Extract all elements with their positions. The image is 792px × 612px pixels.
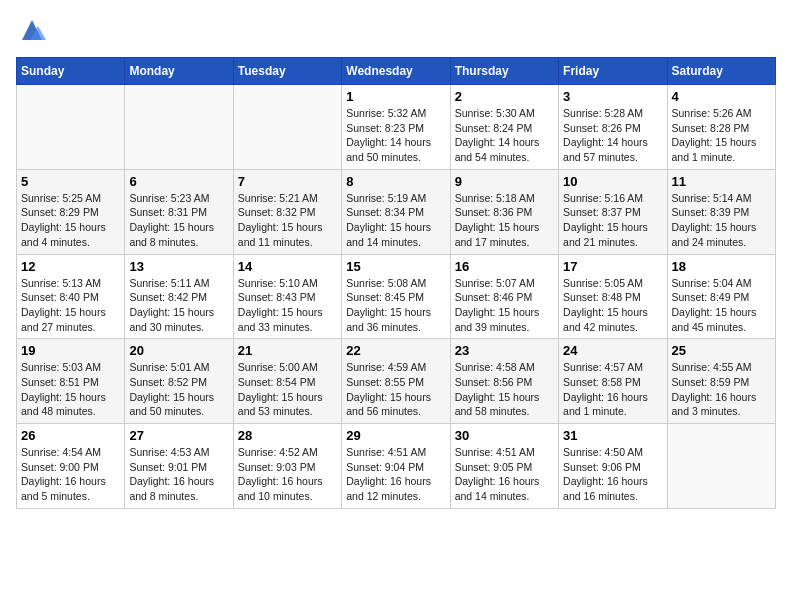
day-info: Sunrise: 5:25 AMSunset: 8:29 PMDaylight:… bbox=[21, 191, 120, 250]
day-info: Sunrise: 5:05 AMSunset: 8:48 PMDaylight:… bbox=[563, 276, 662, 335]
calendar-cell: 9Sunrise: 5:18 AMSunset: 8:36 PMDaylight… bbox=[450, 169, 558, 254]
day-info: Sunrise: 5:16 AMSunset: 8:37 PMDaylight:… bbox=[563, 191, 662, 250]
day-number: 17 bbox=[563, 259, 662, 274]
calendar-cell: 23Sunrise: 4:58 AMSunset: 8:56 PMDayligh… bbox=[450, 339, 558, 424]
calendar-cell: 29Sunrise: 4:51 AMSunset: 9:04 PMDayligh… bbox=[342, 424, 450, 509]
calendar-cell: 14Sunrise: 5:10 AMSunset: 8:43 PMDayligh… bbox=[233, 254, 341, 339]
day-number: 31 bbox=[563, 428, 662, 443]
day-info: Sunrise: 4:58 AMSunset: 8:56 PMDaylight:… bbox=[455, 360, 554, 419]
day-number: 13 bbox=[129, 259, 228, 274]
day-number: 27 bbox=[129, 428, 228, 443]
day-info: Sunrise: 4:59 AMSunset: 8:55 PMDaylight:… bbox=[346, 360, 445, 419]
calendar-week-row: 26Sunrise: 4:54 AMSunset: 9:00 PMDayligh… bbox=[17, 424, 776, 509]
day-number: 16 bbox=[455, 259, 554, 274]
day-number: 24 bbox=[563, 343, 662, 358]
calendar-cell: 5Sunrise: 5:25 AMSunset: 8:29 PMDaylight… bbox=[17, 169, 125, 254]
calendar-cell bbox=[125, 85, 233, 170]
calendar-cell: 6Sunrise: 5:23 AMSunset: 8:31 PMDaylight… bbox=[125, 169, 233, 254]
calendar-cell: 30Sunrise: 4:51 AMSunset: 9:05 PMDayligh… bbox=[450, 424, 558, 509]
calendar-week-row: 1Sunrise: 5:32 AMSunset: 8:23 PMDaylight… bbox=[17, 85, 776, 170]
day-of-week-header: Sunday bbox=[17, 58, 125, 85]
day-of-week-header: Saturday bbox=[667, 58, 775, 85]
day-info: Sunrise: 5:11 AMSunset: 8:42 PMDaylight:… bbox=[129, 276, 228, 335]
day-info: Sunrise: 5:01 AMSunset: 8:52 PMDaylight:… bbox=[129, 360, 228, 419]
day-info: Sunrise: 5:21 AMSunset: 8:32 PMDaylight:… bbox=[238, 191, 337, 250]
day-of-week-header: Wednesday bbox=[342, 58, 450, 85]
calendar-cell: 24Sunrise: 4:57 AMSunset: 8:58 PMDayligh… bbox=[559, 339, 667, 424]
day-info: Sunrise: 4:53 AMSunset: 9:01 PMDaylight:… bbox=[129, 445, 228, 504]
day-number: 22 bbox=[346, 343, 445, 358]
day-of-week-header: Tuesday bbox=[233, 58, 341, 85]
day-info: Sunrise: 5:04 AMSunset: 8:49 PMDaylight:… bbox=[672, 276, 771, 335]
day-info: Sunrise: 5:28 AMSunset: 8:26 PMDaylight:… bbox=[563, 106, 662, 165]
calendar-cell: 12Sunrise: 5:13 AMSunset: 8:40 PMDayligh… bbox=[17, 254, 125, 339]
day-number: 9 bbox=[455, 174, 554, 189]
calendar-cell: 10Sunrise: 5:16 AMSunset: 8:37 PMDayligh… bbox=[559, 169, 667, 254]
calendar-cell bbox=[667, 424, 775, 509]
day-of-week-header: Thursday bbox=[450, 58, 558, 85]
calendar-cell: 27Sunrise: 4:53 AMSunset: 9:01 PMDayligh… bbox=[125, 424, 233, 509]
page-header bbox=[16, 16, 776, 49]
day-number: 20 bbox=[129, 343, 228, 358]
calendar-cell: 28Sunrise: 4:52 AMSunset: 9:03 PMDayligh… bbox=[233, 424, 341, 509]
calendar-week-row: 5Sunrise: 5:25 AMSunset: 8:29 PMDaylight… bbox=[17, 169, 776, 254]
day-info: Sunrise: 4:57 AMSunset: 8:58 PMDaylight:… bbox=[563, 360, 662, 419]
calendar-cell: 22Sunrise: 4:59 AMSunset: 8:55 PMDayligh… bbox=[342, 339, 450, 424]
calendar-cell: 31Sunrise: 4:50 AMSunset: 9:06 PMDayligh… bbox=[559, 424, 667, 509]
day-info: Sunrise: 5:07 AMSunset: 8:46 PMDaylight:… bbox=[455, 276, 554, 335]
calendar-cell bbox=[233, 85, 341, 170]
day-info: Sunrise: 5:14 AMSunset: 8:39 PMDaylight:… bbox=[672, 191, 771, 250]
calendar-cell: 21Sunrise: 5:00 AMSunset: 8:54 PMDayligh… bbox=[233, 339, 341, 424]
day-info: Sunrise: 5:00 AMSunset: 8:54 PMDaylight:… bbox=[238, 360, 337, 419]
day-info: Sunrise: 5:30 AMSunset: 8:24 PMDaylight:… bbox=[455, 106, 554, 165]
calendar-cell bbox=[17, 85, 125, 170]
calendar-cell: 16Sunrise: 5:07 AMSunset: 8:46 PMDayligh… bbox=[450, 254, 558, 339]
day-info: Sunrise: 5:23 AMSunset: 8:31 PMDaylight:… bbox=[129, 191, 228, 250]
calendar-table: SundayMondayTuesdayWednesdayThursdayFrid… bbox=[16, 57, 776, 509]
day-number: 2 bbox=[455, 89, 554, 104]
day-number: 1 bbox=[346, 89, 445, 104]
day-number: 26 bbox=[21, 428, 120, 443]
day-info: Sunrise: 4:52 AMSunset: 9:03 PMDaylight:… bbox=[238, 445, 337, 504]
day-info: Sunrise: 5:08 AMSunset: 8:45 PMDaylight:… bbox=[346, 276, 445, 335]
calendar-week-row: 12Sunrise: 5:13 AMSunset: 8:40 PMDayligh… bbox=[17, 254, 776, 339]
calendar-cell: 19Sunrise: 5:03 AMSunset: 8:51 PMDayligh… bbox=[17, 339, 125, 424]
day-number: 11 bbox=[672, 174, 771, 189]
day-number: 10 bbox=[563, 174, 662, 189]
calendar-cell: 3Sunrise: 5:28 AMSunset: 8:26 PMDaylight… bbox=[559, 85, 667, 170]
day-number: 3 bbox=[563, 89, 662, 104]
day-number: 25 bbox=[672, 343, 771, 358]
day-info: Sunrise: 5:03 AMSunset: 8:51 PMDaylight:… bbox=[21, 360, 120, 419]
calendar-cell: 26Sunrise: 4:54 AMSunset: 9:00 PMDayligh… bbox=[17, 424, 125, 509]
calendar-cell: 17Sunrise: 5:05 AMSunset: 8:48 PMDayligh… bbox=[559, 254, 667, 339]
day-of-week-header: Friday bbox=[559, 58, 667, 85]
day-info: Sunrise: 5:13 AMSunset: 8:40 PMDaylight:… bbox=[21, 276, 120, 335]
day-number: 28 bbox=[238, 428, 337, 443]
day-info: Sunrise: 5:18 AMSunset: 8:36 PMDaylight:… bbox=[455, 191, 554, 250]
day-info: Sunrise: 4:55 AMSunset: 8:59 PMDaylight:… bbox=[672, 360, 771, 419]
calendar-cell: 25Sunrise: 4:55 AMSunset: 8:59 PMDayligh… bbox=[667, 339, 775, 424]
day-number: 7 bbox=[238, 174, 337, 189]
day-info: Sunrise: 5:10 AMSunset: 8:43 PMDaylight:… bbox=[238, 276, 337, 335]
calendar-cell: 7Sunrise: 5:21 AMSunset: 8:32 PMDaylight… bbox=[233, 169, 341, 254]
day-info: Sunrise: 5:26 AMSunset: 8:28 PMDaylight:… bbox=[672, 106, 771, 165]
day-info: Sunrise: 5:19 AMSunset: 8:34 PMDaylight:… bbox=[346, 191, 445, 250]
days-of-week-row: SundayMondayTuesdayWednesdayThursdayFrid… bbox=[17, 58, 776, 85]
logo bbox=[16, 16, 46, 49]
day-number: 18 bbox=[672, 259, 771, 274]
calendar-cell: 8Sunrise: 5:19 AMSunset: 8:34 PMDaylight… bbox=[342, 169, 450, 254]
day-info: Sunrise: 4:51 AMSunset: 9:04 PMDaylight:… bbox=[346, 445, 445, 504]
day-info: Sunrise: 4:50 AMSunset: 9:06 PMDaylight:… bbox=[563, 445, 662, 504]
day-number: 15 bbox=[346, 259, 445, 274]
day-number: 21 bbox=[238, 343, 337, 358]
calendar-cell: 11Sunrise: 5:14 AMSunset: 8:39 PMDayligh… bbox=[667, 169, 775, 254]
day-info: Sunrise: 4:51 AMSunset: 9:05 PMDaylight:… bbox=[455, 445, 554, 504]
day-info: Sunrise: 4:54 AMSunset: 9:00 PMDaylight:… bbox=[21, 445, 120, 504]
calendar-week-row: 19Sunrise: 5:03 AMSunset: 8:51 PMDayligh… bbox=[17, 339, 776, 424]
calendar-cell: 4Sunrise: 5:26 AMSunset: 8:28 PMDaylight… bbox=[667, 85, 775, 170]
day-info: Sunrise: 5:32 AMSunset: 8:23 PMDaylight:… bbox=[346, 106, 445, 165]
calendar-cell: 1Sunrise: 5:32 AMSunset: 8:23 PMDaylight… bbox=[342, 85, 450, 170]
day-number: 19 bbox=[21, 343, 120, 358]
calendar-cell: 20Sunrise: 5:01 AMSunset: 8:52 PMDayligh… bbox=[125, 339, 233, 424]
day-number: 14 bbox=[238, 259, 337, 274]
